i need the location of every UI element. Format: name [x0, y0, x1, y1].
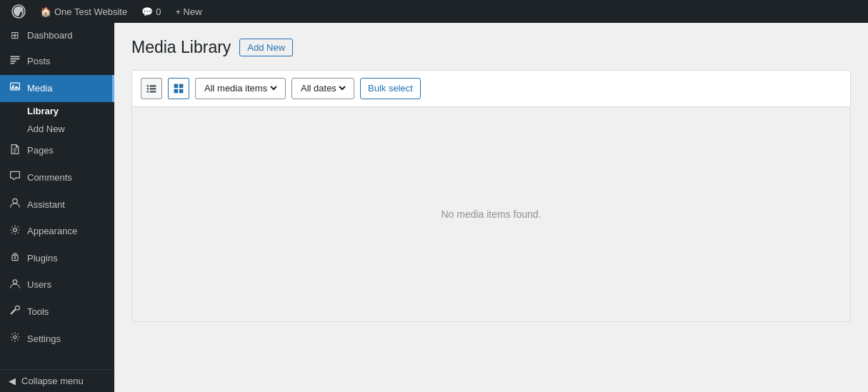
- sidebar-label-plugins: Plugins: [27, 252, 58, 265]
- content-area: Media Library Add New All media items Im…: [114, 23, 868, 392]
- svg-rect-14: [174, 84, 179, 88]
- comments-icon: 💬: [141, 6, 153, 17]
- site-name-button[interactable]: 🏠 One Test Website: [34, 0, 133, 23]
- sidebar-item-users[interactable]: Users: [0, 272, 114, 299]
- add-new-button[interactable]: Add New: [239, 39, 293, 56]
- svg-rect-10: [147, 88, 149, 89]
- svg-point-3: [13, 198, 17, 203]
- sidebar-label-assistant: Assistant: [27, 198, 65, 211]
- pages-icon: [9, 144, 21, 159]
- sidebar-item-settings[interactable]: Settings: [0, 326, 114, 353]
- sidebar-item-assistant[interactable]: Assistant: [0, 191, 114, 218]
- filter-media-select[interactable]: All media items Images Audio Video Docum…: [201, 82, 279, 94]
- page-header: Media Library Add New: [131, 37, 851, 59]
- collapse-icon: ◀: [9, 376, 16, 386]
- bulk-select-button[interactable]: Bulk select: [360, 78, 421, 99]
- sidebar-item-plugins[interactable]: Plugins: [0, 245, 114, 272]
- sidebar-label-appearance: Appearance: [27, 225, 77, 238]
- grid-view-button[interactable]: [168, 78, 189, 99]
- sidebar-item-dashboard[interactable]: ⊞ Dashboard: [0, 23, 114, 49]
- svg-rect-12: [147, 91, 149, 92]
- sidebar-label-comments: Comments: [27, 171, 72, 184]
- sidebar-item-comments[interactable]: Comments: [0, 164, 114, 191]
- svg-rect-11: [150, 88, 156, 89]
- svg-point-4: [14, 228, 17, 231]
- svg-rect-9: [150, 85, 156, 86]
- no-items-message: No media items found.: [441, 208, 541, 220]
- sidebar-label-pages: Pages: [27, 144, 54, 157]
- collapse-label: Collapse menu: [21, 376, 84, 386]
- plugins-icon: [9, 251, 21, 266]
- sidebar-media-submenu: Library Add New: [0, 102, 114, 138]
- page-title: Media Library: [131, 37, 231, 59]
- comments-button[interactable]: 💬 0: [136, 0, 166, 23]
- svg-point-7: [14, 336, 16, 338]
- site-name: One Test Website: [54, 6, 127, 17]
- sidebar-label-posts: Posts: [27, 55, 51, 68]
- media-icon: [9, 81, 21, 96]
- tools-icon: [9, 304, 21, 320]
- filter-media-select-wrapper[interactable]: All media items Images Audio Video Docum…: [195, 78, 286, 99]
- svg-rect-15: [179, 84, 184, 88]
- sidebar-item-media[interactable]: Media: [0, 75, 114, 102]
- sidebar-label-settings: Settings: [27, 333, 61, 346]
- filter-dates-select-wrapper[interactable]: All dates: [291, 78, 354, 99]
- assistant-icon: [9, 197, 21, 213]
- sidebar-label-dashboard: Dashboard: [27, 29, 73, 42]
- users-icon: [9, 278, 21, 293]
- comments-count: 0: [156, 6, 161, 17]
- new-content-button[interactable]: + New: [169, 0, 207, 23]
- sidebar-label-media: Media: [27, 82, 52, 95]
- svg-rect-1: [11, 83, 20, 90]
- sidebar: ⊞ Dashboard Posts Media Library Add New …: [0, 23, 114, 392]
- sidebar-sub-library[interactable]: Library: [0, 102, 114, 120]
- sidebar-item-posts[interactable]: Posts: [0, 49, 114, 76]
- sidebar-item-appearance[interactable]: Appearance: [0, 218, 114, 246]
- sidebar-label-tools: Tools: [27, 306, 49, 318]
- wp-logo-button[interactable]: [6, 0, 31, 23]
- svg-rect-8: [147, 85, 149, 86]
- posts-icon: [9, 54, 21, 70]
- comments-sidebar-icon: [9, 170, 21, 186]
- collapse-menu-button[interactable]: ◀ Collapse menu: [0, 369, 114, 392]
- list-view-button[interactable]: [141, 78, 162, 99]
- dashboard-icon: ⊞: [9, 29, 21, 43]
- wp-logo-icon: [11, 4, 26, 19]
- sidebar-label-users: Users: [27, 278, 51, 291]
- media-toolbar: All media items Images Audio Video Docum…: [132, 71, 850, 107]
- settings-icon: [9, 331, 21, 347]
- appearance-icon: [9, 224, 21, 240]
- svg-rect-16: [174, 89, 179, 94]
- svg-rect-13: [150, 91, 156, 92]
- filter-dates-select[interactable]: All dates: [298, 82, 348, 94]
- media-content-area: No media items found.: [132, 107, 850, 321]
- sidebar-item-tools[interactable]: Tools: [0, 298, 114, 326]
- admin-bar: 🏠 One Test Website 💬 0 + New: [0, 0, 868, 23]
- sidebar-sub-add-new[interactable]: Add New: [0, 120, 114, 138]
- main-layout: ⊞ Dashboard Posts Media Library Add New …: [0, 23, 868, 392]
- new-label: + New: [175, 6, 201, 17]
- sidebar-item-pages[interactable]: Pages: [0, 138, 114, 165]
- svg-rect-17: [179, 89, 184, 94]
- home-icon: 🏠: [40, 6, 51, 17]
- svg-point-6: [13, 280, 17, 284]
